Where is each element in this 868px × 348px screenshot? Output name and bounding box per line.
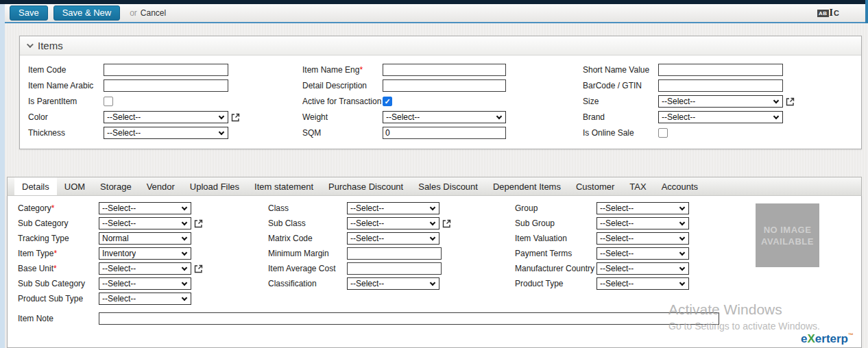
field-detail-description: Detail Description [302,79,506,92]
sub-group-select[interactable]: --Select-- [596,217,689,229]
field-product-sub-type: Product Sub Type --Select-- [18,293,203,305]
is-parentitem-checkbox[interactable] [104,97,113,106]
product-type-select[interactable]: --Select-- [596,277,689,290]
chevron-down-icon [182,220,187,225]
chevron-down-icon [430,280,435,286]
tab-vendor[interactable]: Vendor [139,177,182,195]
field-size: Size --Select-- [583,95,795,108]
action-toolbar: Save Save & New or Cancel AB I C [0,4,868,23]
size-popup-icon[interactable] [786,97,795,106]
chevron-down-icon [219,114,224,119]
save-button[interactable]: Save [10,5,48,21]
tab-details[interactable]: Details [14,177,57,195]
tab-storage[interactable]: Storage [93,177,139,195]
chevron-down-icon [182,295,187,301]
tab-customer[interactable]: Customer [568,177,622,195]
sub-class-popup-icon[interactable] [442,219,451,228]
field-item-type: Item Type* Inventory [18,247,203,260]
active-for-transaction-label: Active for Transaction [302,97,383,106]
is-online-sale-checkbox[interactable] [658,128,668,138]
item-name-eng-input[interactable] [383,64,506,76]
sub-category-select[interactable]: --Select-- [99,217,191,229]
field-color: Color --Select-- [28,111,240,123]
tab-upload-files[interactable]: Upload Files [182,177,247,195]
cancel-link[interactable]: Cancel [141,8,166,18]
category-label: Category [18,203,51,213]
field-sub-class: Sub Class --Select-- [268,217,451,229]
item-code-input[interactable] [104,64,228,76]
chevron-down-icon [679,220,685,225]
field-base-unit: Base Unit* --Select-- [18,262,203,275]
chevron-down-icon [679,280,685,286]
text-cursor-icon: I [830,8,833,18]
field-item-note: Item Note [18,312,719,325]
base-unit-popup-icon[interactable] [194,264,203,273]
barcode-gtin-label: BarCode / GTIN [583,81,658,90]
field-thickness: Thickness --Select-- [28,127,240,139]
sub-sub-category-select[interactable]: --Select-- [99,277,191,290]
chevron-down-icon [182,205,187,210]
product-sub-type-select[interactable]: --Select-- [99,293,191,305]
sub-class-select[interactable]: --Select-- [347,217,439,229]
manufacturer-country-select[interactable]: --Select-- [596,262,689,275]
chevron-down-icon [182,250,187,256]
item-average-cost-label: Item Average Cost [268,264,347,273]
matrix-code-select[interactable]: --Select-- [347,232,439,245]
tracking-type-select[interactable]: Normal [99,232,191,245]
sqm-input[interactable] [383,127,506,139]
chevron-down-icon [679,235,685,240]
tab-dependent-items[interactable]: Dependent Items [485,177,568,195]
spellcheck-ab-badge: AB [817,10,829,17]
tab-accounts[interactable]: Accounts [654,177,706,195]
detail-description-input[interactable] [383,79,506,92]
field-item-average-cost: Item Average Cost [268,262,451,275]
chevron-down-icon [496,114,502,119]
tab-sales-discount[interactable]: Sales Discount [411,177,485,195]
base-unit-select[interactable]: --Select-- [99,262,191,275]
manufacturer-country-label: Manufacturer Country [515,264,596,273]
size-select[interactable]: --Select-- [658,95,783,108]
chevron-down-icon [679,250,685,256]
sub-category-popup-icon[interactable] [194,219,203,228]
field-sub-category: Sub Category --Select-- [18,217,203,229]
minimum-margin-input[interactable] [347,247,442,260]
barcode-gtin-input[interactable] [658,79,783,92]
tab-uom[interactable]: UOM [57,177,93,195]
category-select[interactable]: --Select-- [99,202,191,214]
tab-tax[interactable]: TAX [622,177,653,195]
weight-select[interactable]: --Select-- [383,111,506,123]
brand-select[interactable]: --Select-- [658,111,783,123]
classification-select[interactable]: --Select-- [347,277,439,290]
color-select[interactable]: --Select-- [104,111,228,123]
or-text: or [130,8,137,18]
payment-terms-label: Payment Terms [515,249,596,258]
item-average-cost-input[interactable] [347,262,442,275]
chevron-down-icon [773,114,779,119]
base-unit-label: Base Unit [18,264,53,273]
field-weight: Weight --Select-- [302,111,506,123]
field-item-name-eng: Item Name Eng* [302,64,506,76]
short-name-value-input[interactable] [658,64,783,76]
spellcheck-icon[interactable]: AB I C [817,8,839,18]
chevron-down-icon [219,129,224,135]
color-popup-icon[interactable] [231,113,240,122]
group-select[interactable]: --Select-- [596,202,689,214]
payment-terms-select[interactable]: --Select-- [596,247,689,260]
chevron-down-icon [430,220,435,225]
item-name-arabic-input[interactable] [104,79,228,92]
chevron-down-icon [679,265,685,271]
class-select[interactable]: --Select-- [347,202,439,214]
item-note-input[interactable] [99,312,719,325]
required-asterisk: * [359,65,363,75]
tab-item-statement[interactable]: Item statement [247,177,321,195]
item-valuation-select[interactable]: --Select-- [596,232,689,245]
items-panel-header[interactable]: Items [20,36,861,55]
tab-purchase-discount[interactable]: Purchase Discount [321,177,411,195]
thickness-select[interactable]: --Select-- [104,127,228,139]
short-name-value-label: Short Name Value [583,65,658,75]
save-and-new-button[interactable]: Save & New [53,5,121,21]
field-is-parentitem: Is ParentItem [28,95,240,108]
sub-sub-category-label: Sub Sub Category [18,279,99,288]
item-type-select[interactable]: Inventory [99,247,191,260]
active-for-transaction-checkbox[interactable] [383,97,392,106]
